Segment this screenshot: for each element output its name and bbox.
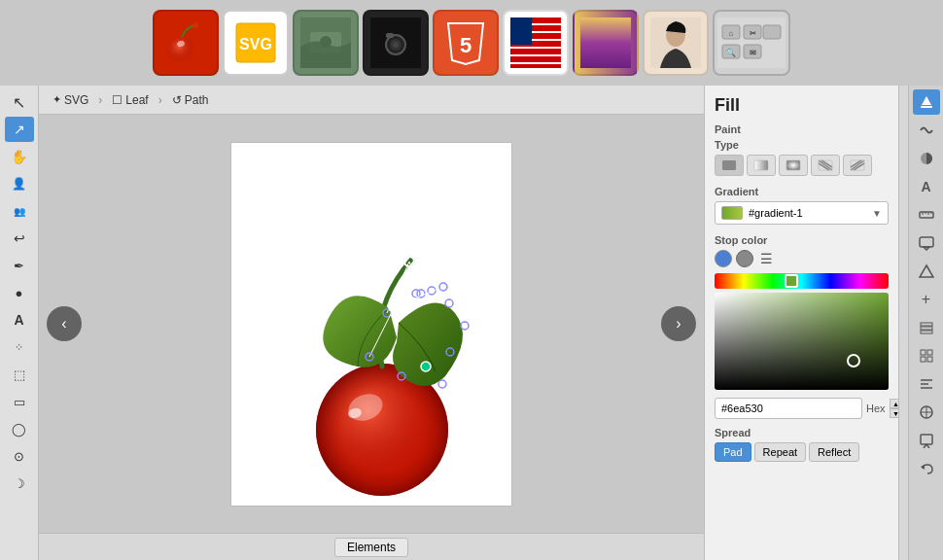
stroke-sidebar-btn[interactable] [913,118,940,143]
breadcrumb: ✦ SVG › ☐ Leaf › ↺ Path [39,86,704,115]
select-rect-tool[interactable]: ⬚ [5,362,34,387]
html5-icon[interactable]: 5 [433,10,499,76]
svg-rect-65 [786,160,800,170]
svg-rect-32 [763,25,781,39]
text-tool[interactable]: A [5,307,34,332]
linear-gradient-type-btn[interactable] [747,155,776,176]
photo-icon[interactable] [293,10,359,76]
node-edit-tool[interactable]: ↗ [5,117,34,142]
fill-panel: Fill Paint Type [704,86,908,560]
text-style-sidebar-btn[interactable]: A [913,174,940,199]
fill-sidebar-btn[interactable] [913,89,940,115]
svg-point-50 [438,380,446,388]
breadcrumb-svg[interactable]: ✦ SVG [47,91,94,109]
spread-label: Spread [715,427,889,438]
stop-color-row: ☰ [715,250,889,267]
ruler-sidebar-btn[interactable] [913,202,940,228]
svg-rect-96 [921,435,932,444]
triangle-sidebar-btn[interactable] [913,259,940,284]
svg-logo-icon[interactable]: SVG [223,10,289,76]
star-tool[interactable]: ⊙ [5,443,34,469]
panel-content: Fill Paint Type [705,86,898,560]
svg-rect-84 [921,327,932,330]
svg-rect-23 [510,56,561,62]
selector-tool[interactable]: ↖ [5,89,34,115]
grab-tool[interactable]: ✋ [5,144,34,169]
spray-tool[interactable]: ⁘ [5,334,34,360]
color-picker-surface [715,293,889,390]
gradient-select[interactable]: #gradient-1 ▼ [715,201,889,225]
svg-marker-97 [921,465,925,470]
spiral-tool[interactable]: ☽ [5,471,34,496]
prev-arrow[interactable]: ‹ [47,306,82,341]
svg-text:✉: ✉ [750,49,756,57]
gradient-value: #gradient-1 [749,207,866,219]
align-sidebar-btn[interactable] [913,371,940,397]
multi-person-tool[interactable]: 👥 [5,198,34,224]
hex-spin-up[interactable]: ▲ [890,399,898,408]
grid-sidebar-btn[interactable] [913,343,940,368]
undo-sidebar-btn[interactable] [913,456,940,481]
next-arrow[interactable]: › [661,306,696,341]
elements-button[interactable]: Elements [334,538,408,557]
stop-color-blue-swatch[interactable] [715,250,732,267]
flat-type-btn[interactable] [715,155,744,176]
transform-sidebar-btn[interactable]: + [913,287,940,312]
symbols-sidebar-btn[interactable] [913,400,940,425]
svg-rect-22 [510,49,561,54]
tools-icon[interactable]: ⌂ ✂ 🔍 ✉ [713,10,790,76]
opacity-sidebar-btn[interactable] [913,146,940,171]
path-icon-small: ↺ [172,93,182,107]
breadcrumb-path[interactable]: ↺ Path [166,91,215,109]
person-tool[interactable]: 👤 [5,171,34,196]
svg-rect-83 [921,323,932,326]
pencil-tool[interactable]: ● [5,280,34,305]
svg-rect-86 [921,350,926,355]
left-toolbar: ↖ ↗ ✋ 👤 👥 ↩ ✒ ● A ⁘ ⬚ ▭ ◯ ⊙ ☽ [0,86,39,560]
spread-row: Pad Repeat Reflect [715,442,889,462]
woman-icon[interactable] [643,10,709,76]
spread-pad-btn[interactable]: Pad [715,442,751,462]
hex-input[interactable] [715,398,862,419]
comment-sidebar-btn[interactable] [913,230,940,256]
svg-text:⌂: ⌂ [729,29,734,38]
stop-color-label: Stop color [715,234,889,246]
hex-spin-down[interactable]: ▼ [890,408,898,418]
svg-text:🔍: 🔍 [726,48,736,57]
svg-rect-25 [510,18,532,45]
breadcrumb-leaf[interactable]: ☐ Leaf [106,91,154,109]
stop-color-gray-swatch[interactable] [736,250,753,267]
svg-point-52 [461,322,469,330]
camera-icon[interactable] [363,10,429,76]
gradient-stop-marker[interactable] [785,274,798,288]
color-hue-strip[interactable] [715,273,889,289]
svg-rect-63 [722,160,736,170]
flag-icon[interactable] [503,10,569,76]
calligraphy-tool[interactable]: ✒ [5,253,34,278]
leaf-icon-small: ☐ [112,93,122,107]
export-sidebar-btn[interactable] [913,428,940,453]
cherry-icon[interactable] [153,10,219,76]
spread-repeat-btn[interactable]: Repeat [754,442,806,462]
svg-rect-88 [921,357,926,362]
hex-label: Hex [866,402,886,414]
pattern-type-btn[interactable] [811,155,840,176]
panel-scrollbar[interactable] [898,86,908,560]
color-picker[interactable] [715,293,889,390]
gradient-icon[interactable] [573,10,639,76]
spread-reflect-btn[interactable]: Reflect [809,442,859,462]
svg-rect-81 [920,237,933,247]
svg-point-12 [393,42,399,48]
ellipse-tool[interactable]: ◯ [5,416,34,441]
radial-gradient-type-btn[interactable] [779,155,808,176]
rect-tool[interactable]: ▭ [5,389,34,414]
curve-tool[interactable]: ↩ [5,226,34,251]
hex-spinner[interactable]: ▲ ▼ [890,399,898,418]
svg-text:SVG: SVG [239,36,272,52]
panel-title: Fill [715,95,889,116]
stop-menu-btn[interactable]: ☰ [757,250,775,267]
swatch-type-btn[interactable] [843,155,872,176]
svg-rect-74 [921,106,932,108]
canvas-surface[interactable] [230,142,512,507]
layers-sidebar-btn[interactable] [913,315,940,340]
